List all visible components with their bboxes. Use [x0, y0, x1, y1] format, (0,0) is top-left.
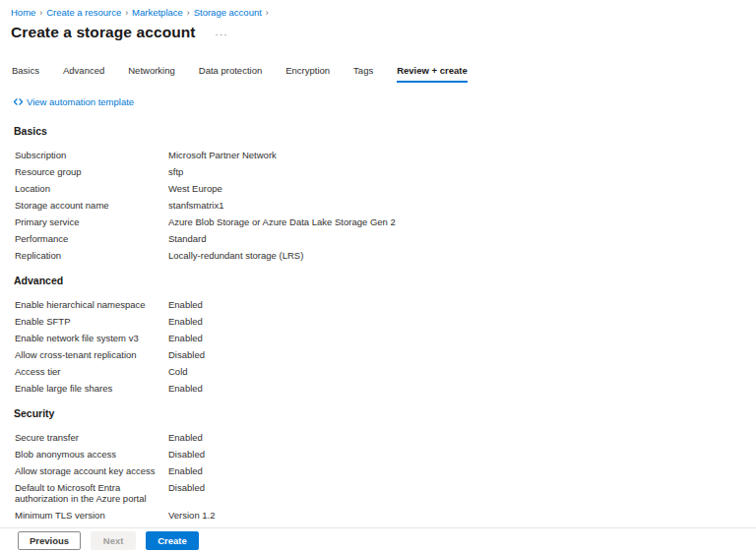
tab-review-create[interactable]: Review + create: [397, 65, 468, 83]
summary-row-replication: Replication Locally-redundant storage (L…: [0, 250, 756, 261]
section-title: Advanced: [14, 275, 756, 286]
create-button[interactable]: Create: [146, 531, 199, 551]
row-value: Enabled: [168, 316, 756, 327]
tab-encryption[interactable]: Encryption: [285, 65, 330, 83]
row-label: Enable SFTP: [15, 316, 168, 327]
row-label: Enable network file system v3: [15, 333, 168, 343]
tab-advanced[interactable]: Advanced: [63, 65, 104, 83]
row-value: Microsoft Partner Network: [168, 150, 756, 160]
breadcrumb-separator: ›: [39, 8, 42, 18]
breadcrumb-separator: ›: [187, 8, 190, 18]
row-value: Azure Blob Storage or Azure Data Lake St…: [168, 216, 756, 227]
row-value: Enabled: [168, 383, 756, 394]
row-label: Replication: [15, 250, 168, 261]
row-label: Storage account name: [15, 200, 168, 211]
row-value: Disabled: [168, 482, 756, 493]
row-value: Version 1.2: [168, 510, 756, 521]
row-value: Enabled: [168, 432, 756, 443]
tab-bar: Basics Advanced Networking Data protecti…: [12, 65, 756, 83]
breadcrumb-item-marketplace[interactable]: Marketplace: [132, 7, 183, 18]
row-value: stanfsmatrix1: [168, 200, 756, 211]
row-value: Enabled: [168, 299, 756, 310]
breadcrumb-separator: ›: [125, 8, 128, 18]
summary-row-blob-anonymous-access: Blob anonymous access Disabled: [0, 449, 756, 460]
section-title: Basics: [14, 125, 756, 137]
tab-basics[interactable]: Basics: [12, 65, 39, 83]
breadcrumb-item-create-a-resource[interactable]: Create a resource: [46, 7, 121, 18]
row-label: Allow cross-tenant replication: [15, 349, 168, 360]
row-label: Enable hierarchical namespace: [15, 299, 168, 310]
summary-row-large-file-shares: Enable large file shares Enabled: [0, 383, 756, 394]
summary-row-entra-authorization: Default to Microsoft Entra authorization…: [0, 482, 756, 504]
tab-data-protection[interactable]: Data protection: [199, 65, 262, 83]
row-value: Locally-redundant storage (LRS): [168, 250, 756, 261]
tab-tags[interactable]: Tags: [353, 65, 373, 83]
view-automation-template-label: View automation template: [27, 96, 134, 107]
row-value: Disabled: [168, 449, 756, 460]
more-menu-icon[interactable]: ···: [216, 27, 229, 39]
summary-row-access-tier: Access tier Cold: [0, 366, 756, 377]
view-automation-template-link[interactable]: View automation template: [13, 96, 134, 107]
summary-row-primary-service: Primary service Azure Blob Storage or Az…: [0, 216, 756, 227]
summary-row-location: Location West Europe: [0, 183, 756, 194]
row-value: Disabled: [168, 349, 756, 360]
row-label: Primary service: [15, 216, 168, 227]
breadcrumb-item-home[interactable]: Home: [11, 7, 35, 18]
row-label: Resource group: [15, 166, 168, 177]
row-label: Blob anonymous access: [15, 449, 168, 460]
next-button[interactable]: Next: [91, 531, 136, 551]
breadcrumb: Home›Create a resource›Marketplace›Stora…: [0, 0, 756, 19]
summary-row-account-key-access: Allow storage account key access Enabled: [0, 465, 756, 476]
row-value: sftp: [168, 166, 756, 177]
row-value: Cold: [168, 366, 756, 377]
tab-networking[interactable]: Networking: [128, 65, 175, 83]
row-label: Secure transfer: [15, 432, 168, 443]
code-brackets-icon: [13, 96, 24, 107]
summary-row-enable-sftp: Enable SFTP Enabled: [0, 316, 756, 327]
section-basics: Basics Subscription Microsoft Partner Ne…: [0, 125, 756, 261]
row-value: Standard: [168, 233, 756, 244]
summary-row-performance: Performance Standard: [0, 233, 756, 244]
summary-row-storage-account-name: Storage account name stanfsmatrix1: [0, 200, 756, 211]
row-label: Performance: [15, 233, 168, 244]
summary-row-cross-tenant-replication: Allow cross-tenant replication Disabled: [0, 349, 756, 360]
row-value: Enabled: [168, 465, 756, 476]
wizard-footer: Previous Next Create: [0, 527, 756, 553]
page-header: Create a storage account ···: [0, 19, 756, 41]
section-title: Security: [14, 407, 756, 419]
row-label: Minimum TLS version: [15, 510, 168, 521]
breadcrumb-item-storage-account[interactable]: Storage account: [194, 7, 262, 18]
row-label: Enable large file shares: [15, 383, 168, 394]
row-label: Access tier: [15, 366, 168, 377]
row-label: Location: [15, 183, 168, 194]
breadcrumb-separator: ›: [266, 8, 269, 18]
row-label: Subscription: [15, 150, 168, 160]
row-value: West Europe: [168, 183, 756, 194]
row-label: Allow storage account key access: [15, 465, 168, 476]
summary-row-resource-group: Resource group sftp: [0, 166, 756, 177]
row-label: Default to Microsoft Entra authorization…: [15, 482, 168, 504]
page-title: Create a storage account: [11, 24, 196, 41]
summary-row-hierarchical-namespace: Enable hierarchical namespace Enabled: [0, 299, 756, 310]
section-advanced: Advanced Enable hierarchical namespace E…: [0, 275, 756, 394]
summary-row-secure-transfer: Secure transfer Enabled: [0, 432, 756, 443]
summary-row-subscription: Subscription Microsoft Partner Network: [0, 150, 756, 160]
summary-row-minimum-tls: Minimum TLS version Version 1.2: [0, 510, 756, 521]
summary-row-nfs-v3: Enable network file system v3 Enabled: [0, 333, 756, 343]
row-value: Enabled: [168, 333, 756, 343]
previous-button[interactable]: Previous: [18, 531, 81, 551]
